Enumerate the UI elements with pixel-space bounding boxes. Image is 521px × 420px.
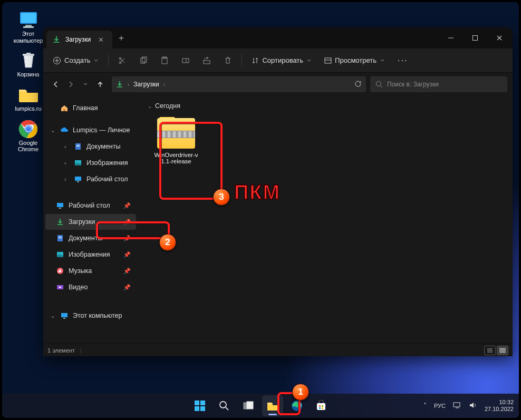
titlebar[interactable]: Загрузки ✕ ＋ <box>43 27 513 48</box>
group-header-today[interactable]: ⌄ Сегодня <box>148 102 503 110</box>
search-box[interactable]: Поиск в: Загрузки <box>370 76 507 92</box>
sidebar-quick-videos[interactable]: Видео 📌 <box>45 279 136 295</box>
nav-forward-button[interactable] <box>63 77 78 92</box>
desktop-icon-label: Корзина <box>17 71 40 78</box>
download-icon <box>56 218 64 226</box>
zip-folder-icon <box>157 118 195 149</box>
tray-chevron-up-icon[interactable]: ˄ <box>423 402 427 409</box>
desktop-icon-label: Google Chrome <box>18 140 38 153</box>
tray-network-icon[interactable] <box>453 402 461 410</box>
group-label: Сегодня <box>155 102 180 110</box>
svg-rect-26 <box>77 181 79 182</box>
chevron-down-icon <box>380 58 385 63</box>
new-tab-button[interactable]: ＋ <box>112 33 130 44</box>
sidebar-quick-music[interactable]: Музыка 📌 <box>45 263 136 279</box>
content-pane[interactable]: ⌄ Сегодня WinOverdriver-v 1.1-release <box>138 96 513 344</box>
sidebar-quick-documents[interactable]: Документы 📌 <box>45 230 136 246</box>
sidebar-label: Рабочий стол <box>69 202 110 209</box>
window-tab-downloads[interactable]: Загрузки ✕ <box>46 31 112 48</box>
svg-rect-41 <box>195 401 199 405</box>
refresh-button[interactable] <box>354 80 362 89</box>
sidebar-item-onedrive[interactable]: ⌄ Lumpics — Личное <box>45 122 136 138</box>
pin-icon: 📌 <box>123 219 131 226</box>
scissors-icon <box>118 56 127 65</box>
chevron-right-icon: › <box>128 82 129 87</box>
desktop-icon-recycle-bin[interactable]: Корзина <box>8 49 48 80</box>
tray-volume-icon[interactable] <box>469 402 477 410</box>
close-window-button[interactable] <box>487 27 512 48</box>
home-icon <box>60 104 69 112</box>
close-tab-icon[interactable]: ✕ <box>96 36 106 44</box>
new-button[interactable]: Создать <box>47 52 104 69</box>
rename-button[interactable] <box>176 52 195 69</box>
svg-rect-17 <box>182 58 189 63</box>
minimize-button[interactable] <box>439 27 463 48</box>
maximize-button[interactable] <box>463 27 487 48</box>
pin-icon: 📌 <box>123 202 131 209</box>
chevron-right-icon[interactable]: › <box>64 144 70 150</box>
svg-rect-18 <box>204 61 210 64</box>
nav-back-button[interactable] <box>49 77 63 92</box>
tiles-view-button[interactable] <box>497 346 508 355</box>
address-bar[interactable]: › Загрузки › <box>112 76 366 92</box>
nav-history-button[interactable] <box>78 77 93 92</box>
start-button[interactable] <box>189 395 210 416</box>
desktop-icon-chrome[interactable]: Google Chrome <box>8 118 48 155</box>
chevron-down-icon[interactable]: ⌄ <box>51 128 56 133</box>
sidebar-quick-pictures[interactable]: Изображения 📌 <box>45 247 136 262</box>
folder-icon <box>18 85 39 104</box>
delete-button[interactable] <box>218 52 237 69</box>
sort-icon <box>252 57 259 64</box>
tray-clock[interactable]: 10:32 27.10.2022 <box>485 399 514 412</box>
sidebar-quick-desktop[interactable]: Рабочий стол 📌 <box>45 198 136 213</box>
svg-rect-9 <box>473 36 478 41</box>
svg-rect-31 <box>59 238 62 238</box>
sidebar-label: Изображения <box>69 251 110 258</box>
sidebar-item-pictures[interactable]: › Изображения <box>45 155 136 171</box>
taskbar-store[interactable] <box>311 395 332 416</box>
chevron-right-icon[interactable]: › <box>64 160 70 166</box>
sidebar-item-documents[interactable]: › Документы <box>45 139 136 154</box>
taskbar-file-explorer[interactable] <box>262 395 283 416</box>
chevron-down-icon[interactable]: ⌄ <box>51 313 56 319</box>
rename-icon <box>181 56 190 65</box>
sidebar-item-this-pc[interactable]: ⌄ Этот компьютер <box>45 308 136 324</box>
svg-rect-38 <box>503 348 505 350</box>
sort-button[interactable]: Сортировать <box>246 52 317 69</box>
more-button[interactable]: ··· <box>392 52 413 69</box>
task-view-button[interactable] <box>238 395 259 416</box>
navigation-pane: Главная ⌄ Lumpics — Личное › Документы ›… <box>43 96 138 344</box>
desktop-icon-this-pc[interactable]: Этот компьютер <box>8 8 48 46</box>
file-name-line: 1.1-release <box>150 158 202 164</box>
taskbar-search-button[interactable] <box>214 395 235 416</box>
plus-circle-icon <box>53 56 61 65</box>
desktop-icon-folder-lumpics[interactable]: lumpics.ru <box>8 83 48 114</box>
sidebar-quick-downloads[interactable]: Загрузки 📌 <box>45 214 136 230</box>
copy-button[interactable] <box>134 52 153 69</box>
sidebar-item-home[interactable]: Главная <box>45 100 136 116</box>
view-button-label: Просмотреть <box>335 56 377 64</box>
svg-rect-44 <box>200 406 205 411</box>
sidebar-item-desktop[interactable]: › Рабочий стол <box>45 171 136 187</box>
share-button[interactable] <box>197 52 216 69</box>
chrome-icon <box>18 120 39 139</box>
view-button[interactable]: Просмотреть <box>319 52 390 69</box>
download-icon <box>53 36 60 43</box>
document-icon <box>74 142 82 151</box>
picture-icon <box>56 250 64 259</box>
breadcrumb-segment[interactable]: Загрузки <box>133 81 159 88</box>
edge-icon <box>291 400 303 412</box>
chevron-right-icon[interactable]: › <box>64 177 70 182</box>
file-item-zip[interactable]: WinOverdriver-v 1.1-release <box>150 115 202 164</box>
svg-rect-51 <box>322 405 323 407</box>
share-icon <box>202 56 211 65</box>
cut-button[interactable] <box>113 52 132 69</box>
search-icon <box>375 81 383 88</box>
file-name-line: WinOverdriver-v <box>150 152 202 158</box>
details-view-button[interactable] <box>484 346 496 355</box>
paste-button[interactable] <box>155 52 174 69</box>
task-view-icon <box>243 400 254 412</box>
svg-point-20 <box>377 82 381 86</box>
tray-language[interactable]: РУС <box>434 403 446 409</box>
nav-up-button[interactable] <box>93 77 108 92</box>
